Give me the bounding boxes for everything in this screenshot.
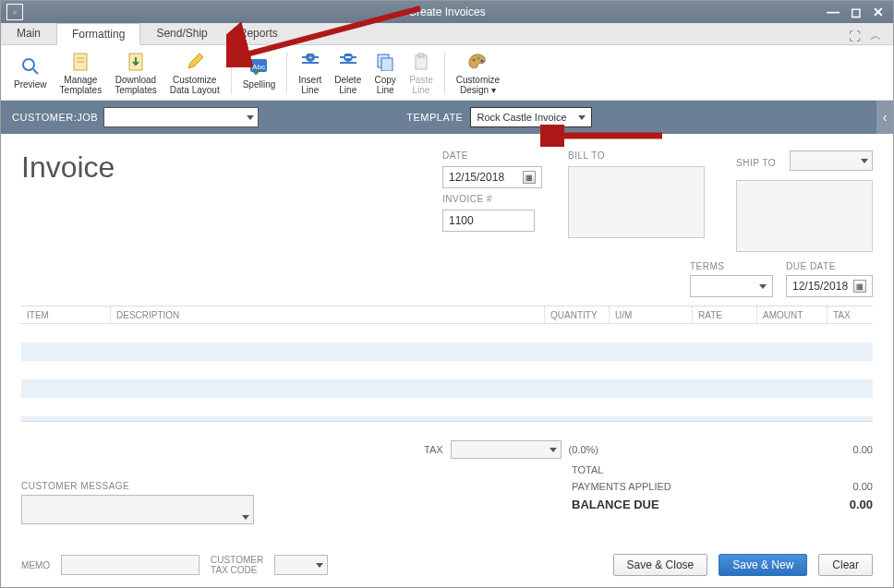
window-title: Create Invoices (408, 6, 485, 18)
duedate-label: DUE DATE (786, 261, 873, 271)
duedate-value: 12/15/2018 (792, 280, 848, 293)
balance-due-label: BALANCE DUE (572, 498, 659, 511)
svg-rect-19 (418, 54, 424, 57)
close-icon[interactable]: ✕ (873, 5, 884, 19)
tabbar: Main Formatting Send/Ship Reports ⛶ ︿ (1, 23, 893, 45)
total-amount (799, 464, 873, 475)
balance-due-amount: 0.00 (799, 498, 873, 511)
preview-button[interactable]: Preview (8, 48, 53, 98)
preview-label: Preview (14, 79, 47, 90)
chevron-down-icon (247, 115, 254, 120)
svg-point-20 (473, 58, 476, 61)
table-row[interactable] (21, 361, 873, 379)
invoice-num-value: 1100 (449, 214, 474, 227)
svg-text:+: + (308, 54, 312, 62)
col-um: U/M (609, 306, 692, 323)
download-templates-button[interactable]: Download Templates (109, 48, 163, 98)
copy-line-label: Copy Line (375, 75, 396, 95)
tax-amount: 0.00 (801, 444, 873, 455)
total-label: TOTAL (572, 464, 603, 475)
palette-icon (466, 51, 489, 73)
payments-applied-amount: 0.00 (799, 481, 873, 492)
table-row[interactable] (21, 398, 873, 416)
col-tax: TAX (827, 306, 873, 323)
customize-layout-button[interactable]: Customize Data Layout (164, 48, 225, 98)
save-close-button[interactable]: Save & Close (613, 554, 708, 576)
spelling-label: Spelling (243, 79, 276, 90)
svg-point-22 (481, 59, 484, 62)
billto-label: BILL TO (568, 150, 705, 161)
shipto-box[interactable] (736, 180, 873, 252)
table-row[interactable] (21, 342, 873, 361)
chevron-down-icon (316, 563, 323, 568)
expand-icon[interactable]: ⛶ (849, 30, 861, 43)
paste-icon (410, 51, 432, 73)
save-new-button[interactable]: Save & New (719, 554, 807, 576)
grid-body[interactable] (21, 324, 873, 422)
delete-line-button[interactable]: Delete Line (329, 48, 367, 98)
ribbon: Preview Manage Templates Download Templa… (1, 45, 893, 101)
svg-point-0 (23, 59, 34, 70)
shipto-select[interactable] (790, 150, 873, 171)
minimize-icon[interactable]: — (827, 5, 840, 19)
paste-line-label: Paste Line (409, 75, 433, 95)
download-templates-label: Download Templates (115, 75, 157, 95)
table-row[interactable] (21, 324, 873, 342)
manage-templates-label: Manage Templates (60, 75, 103, 95)
col-description: DESCRIPTION (110, 306, 544, 323)
customer-message-select[interactable] (21, 495, 254, 524)
insert-line-button[interactable]: + Insert Line (293, 48, 327, 98)
duedate-input[interactable]: 12/15/2018 ▦ (786, 275, 873, 297)
manage-templates-button[interactable]: Manage Templates (54, 48, 108, 98)
customer-message-label: CUSTOMER MESSAGE (21, 481, 254, 491)
payments-applied-label: PAYMENTS APPLIED (572, 481, 671, 492)
paste-line-button: Paste Line (404, 48, 439, 98)
customize-design-button[interactable]: Customize Design ▾ (451, 48, 505, 98)
tax-pct: (0.0%) (569, 444, 598, 455)
invoice-form: Invoice DATE 12/15/2018 ▦ INVOICE # 1100… (1, 134, 893, 588)
customize-layout-label: Customize Data Layout (170, 75, 220, 95)
collapse-icon[interactable]: ︿ (870, 28, 882, 44)
clear-button[interactable]: Clear (818, 554, 873, 576)
terms-select[interactable] (690, 275, 773, 297)
insert-line-label: Insert Line (298, 75, 321, 95)
calendar-icon[interactable]: ▦ (853, 280, 866, 293)
terms-label: TERMS (690, 261, 773, 271)
memo-input[interactable] (61, 555, 199, 575)
spelling-button[interactable]: Abc Spelling (237, 48, 282, 98)
delete-line-label: Delete Line (334, 75, 361, 95)
customize-design-label: Customize Design ▾ (456, 75, 500, 95)
template-value: Rock Castle Invoice (477, 112, 566, 123)
date-value: 12/15/2018 (449, 171, 504, 184)
maximize-icon[interactable]: ◻ (851, 5, 862, 19)
template-label: TEMPLATE (406, 112, 463, 123)
spellcheck-icon: Abc (248, 55, 270, 78)
shipto-label: SHIP TO (736, 158, 776, 168)
tab-main[interactable]: Main (1, 22, 56, 44)
billto-box[interactable] (568, 166, 705, 238)
customer-job-select[interactable] (103, 107, 259, 127)
table-row[interactable] (21, 416, 873, 422)
tax-select[interactable] (451, 440, 562, 459)
customer-bar: CUSTOMER:JOB TEMPLATE Rock Castle Invoic… (1, 101, 893, 134)
svg-rect-17 (381, 58, 393, 71)
table-row[interactable] (21, 379, 873, 398)
invoice-num-input[interactable]: 1100 (442, 210, 535, 232)
document-icon (69, 51, 91, 73)
calendar-icon[interactable]: ▦ (523, 171, 536, 184)
chevron-down-icon (861, 159, 868, 163)
taxcode-select[interactable] (274, 555, 328, 575)
magnifier-icon (19, 55, 42, 78)
svg-point-21 (477, 56, 480, 59)
titlebar: ▫ Create Invoices — ◻ ✕ (1, 1, 893, 23)
copy-line-button[interactable]: Copy Line (368, 48, 402, 98)
svg-line-1 (33, 69, 38, 74)
tab-sendship[interactable]: Send/Ship (140, 22, 223, 44)
history-panel-toggle[interactable]: ‹ (876, 101, 893, 134)
tab-formatting[interactable]: Formatting (56, 23, 140, 45)
tab-reports[interactable]: Reports (224, 22, 294, 44)
download-icon (125, 51, 147, 73)
date-input[interactable]: 12/15/2018 ▦ (442, 166, 542, 188)
col-rate: RATE (692, 306, 756, 323)
template-select[interactable]: Rock Castle Invoice (470, 107, 592, 127)
